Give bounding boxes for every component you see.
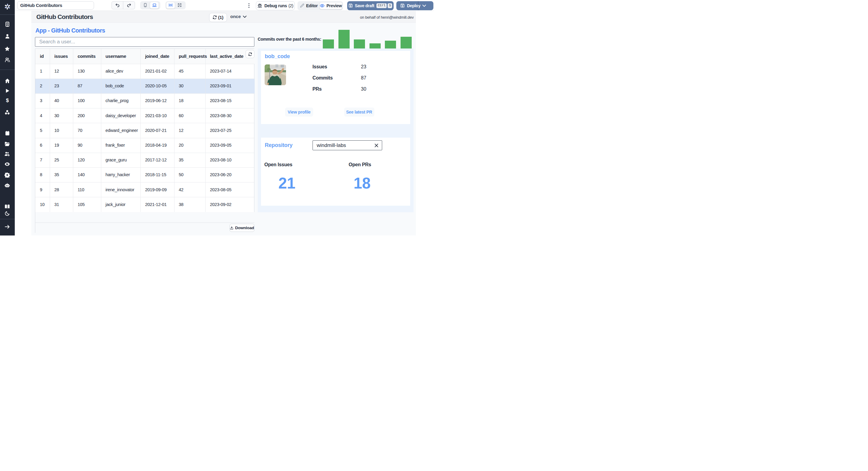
svg-text:$: $	[6, 98, 9, 103]
